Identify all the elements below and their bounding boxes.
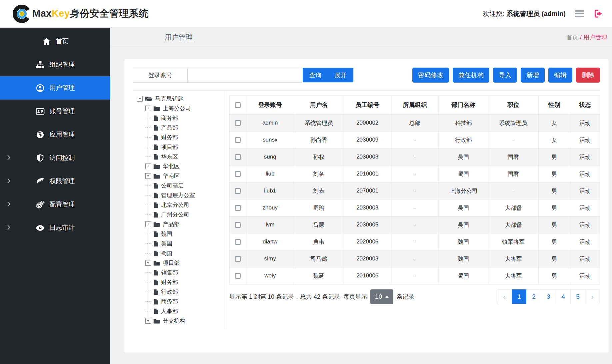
table-cell: 2030005 — [344, 216, 391, 233]
tree-node[interactable]: 人事部 — [137, 306, 225, 316]
tree-node-label: 产品部 — [163, 220, 180, 228]
page-button-4[interactable]: 4 — [556, 289, 570, 304]
tree-node[interactable]: +分支机构 — [137, 316, 225, 326]
sidebar-item-org[interactable]: 组织管理 — [0, 53, 110, 76]
tree-expander[interactable]: − — [137, 96, 143, 102]
action-button[interactable]: 导入 — [493, 68, 517, 83]
table-row[interactable]: sunq孙权2030003-吴国国君男活动 — [230, 149, 600, 166]
tree-node[interactable]: 管理层办公室 — [137, 190, 225, 200]
select-all-checkbox[interactable] — [235, 102, 241, 108]
tree-node[interactable]: 华东区 — [137, 152, 225, 162]
tree-expander[interactable]: + — [145, 164, 151, 169]
table-row[interactable]: lvm吕蒙2030005-吴国大都督男活动 — [230, 216, 600, 233]
table-cell: 大将军 — [488, 250, 538, 267]
action-button[interactable]: 新增 — [521, 68, 545, 83]
prev-page-button[interactable]: ‹ — [497, 289, 512, 304]
sidebar-item-access[interactable]: 访问控制 — [0, 146, 110, 170]
table-row[interactable]: liub1刘表2070001-上海分公司-男活动 — [230, 182, 600, 199]
tree-expander[interactable]: + — [145, 221, 151, 227]
tree-node[interactable]: −马克思钥匙 — [137, 94, 225, 104]
sidebar-item-home[interactable]: 首页 — [0, 30, 110, 53]
table-row[interactable]: zhouy周瑜2030003-吴国大都督男活动 — [230, 199, 600, 216]
tree-expander[interactable]: + — [145, 106, 151, 111]
row-checkbox[interactable] — [235, 256, 241, 262]
tree-node[interactable]: 吴国 — [137, 239, 225, 248]
table-cell: 国君 — [488, 166, 538, 182]
tree-node[interactable]: 蜀国 — [137, 248, 225, 258]
record-summary: 显示第 1 到第 10 条记录，总共 42 条记录 — [229, 293, 340, 301]
row-checkbox[interactable] — [235, 171, 241, 177]
row-checkbox[interactable] — [235, 239, 241, 245]
tree-node[interactable]: 魏国 — [137, 229, 225, 239]
tree-node[interactable]: 公司高层 — [137, 181, 225, 190]
expand-button[interactable]: 展开 — [328, 68, 353, 82]
sidebar-item-audit[interactable]: 日志审计 — [0, 216, 110, 239]
table-cell: 2030003 — [344, 199, 391, 216]
tree-node[interactable]: +项目部 — [137, 258, 225, 268]
action-button[interactable]: 编辑 — [548, 68, 572, 83]
tree-node-label: 商务部 — [161, 298, 178, 305]
row-checkbox[interactable] — [235, 154, 241, 160]
page-button-3[interactable]: 3 — [541, 289, 556, 304]
table-row[interactable]: weiy魏延2010006-蜀国大将军男活动 — [230, 267, 600, 284]
tree-node[interactable]: 行政部 — [137, 287, 225, 297]
page-button-5[interactable]: 5 — [570, 289, 585, 304]
row-checkbox[interactable] — [235, 205, 241, 211]
sidebar-item-user[interactable]: 用户管理 — [0, 76, 110, 100]
tree-expander[interactable]: + — [145, 318, 151, 324]
table-row[interactable]: simy司马懿2020003-魏国大将军男活动 — [230, 250, 600, 267]
tree-node[interactable]: 商务部 — [137, 113, 225, 123]
tree-node[interactable]: +产品部 — [137, 219, 225, 229]
table-row[interactable]: sunsx孙尚香2030009-行政部-女活动 — [230, 132, 600, 149]
breadcrumb-home[interactable]: 首页 — [566, 34, 578, 41]
tree-expander[interactable]: + — [145, 260, 151, 266]
table-row[interactable]: admin系统管理员2000002总部科技部系统管理员女活动 — [230, 115, 600, 132]
logout-icon[interactable] — [593, 9, 603, 18]
sidebar-item-account[interactable]: 账号管理 — [0, 100, 110, 123]
cogs-icon — [36, 200, 45, 209]
table-row[interactable]: dianw典韦2020006-魏国镇军将军男活动 — [230, 233, 600, 250]
tree-node-label: 分支机构 — [163, 317, 185, 325]
row-checkbox[interactable] — [235, 120, 241, 126]
user-management-card: 登录账号 查询 展开 密码修改兼任机构导入新增编辑删除 −马克思钥匙+上海分公司… — [124, 59, 609, 353]
sidebar-item-label: 组织管理 — [50, 60, 75, 69]
action-button[interactable]: 密码修改 — [412, 68, 449, 83]
tree-node[interactable]: 商务部 — [137, 297, 225, 306]
tree-node[interactable]: 产品部 — [137, 123, 225, 133]
tree-node-label: 销售部 — [161, 269, 178, 276]
menu-icon[interactable] — [575, 10, 584, 17]
page-button-1[interactable]: 1 — [512, 289, 526, 304]
next-page-button[interactable]: › — [585, 289, 600, 304]
row-select-cell — [230, 132, 246, 149]
tree-node[interactable]: +上海分公司 — [137, 104, 225, 113]
action-button[interactable]: 兼任机构 — [453, 68, 489, 83]
tree-node[interactable]: 财务部 — [137, 277, 225, 287]
page-button-2[interactable]: 2 — [526, 289, 541, 304]
table-cell: 蜀国 — [439, 267, 488, 284]
tree-node[interactable]: 广州分公司 — [137, 210, 225, 219]
table-cell: 周瑜 — [294, 199, 344, 216]
row-checkbox[interactable] — [235, 273, 241, 279]
table-row[interactable]: liub刘备2010001-蜀国国君男活动 — [230, 166, 600, 182]
tree-node[interactable]: 北京分公司 — [137, 200, 225, 210]
query-button[interactable]: 查询 — [303, 68, 328, 82]
sidebar-item-label: 首页 — [56, 37, 69, 46]
tree-node[interactable]: 财务部 — [137, 133, 225, 142]
folder-icon — [153, 318, 160, 324]
row-checkbox[interactable] — [235, 222, 241, 228]
sidebar-item-config[interactable]: 配置管理 — [0, 193, 110, 216]
tree-node[interactable]: 项目部 — [137, 142, 225, 152]
row-checkbox[interactable] — [235, 137, 241, 143]
tree-node-label: 魏国 — [161, 230, 172, 238]
tree-expander[interactable]: + — [145, 173, 151, 179]
sidebar-item-app[interactable]: 应用管理 — [0, 123, 110, 146]
login-account-input[interactable] — [188, 68, 303, 82]
row-checkbox[interactable] — [235, 188, 241, 194]
per-page-select[interactable]: 10 — [370, 289, 393, 304]
tree-node[interactable]: 销售部 — [137, 268, 225, 277]
tree-node[interactable]: +华北区 — [137, 162, 225, 171]
sidebar-item-label: 日志审计 — [50, 223, 75, 232]
delete-button[interactable]: 删除 — [576, 68, 600, 83]
sidebar-item-perm[interactable]: 权限管理 — [0, 170, 110, 193]
tree-node[interactable]: +华南区 — [137, 171, 225, 181]
